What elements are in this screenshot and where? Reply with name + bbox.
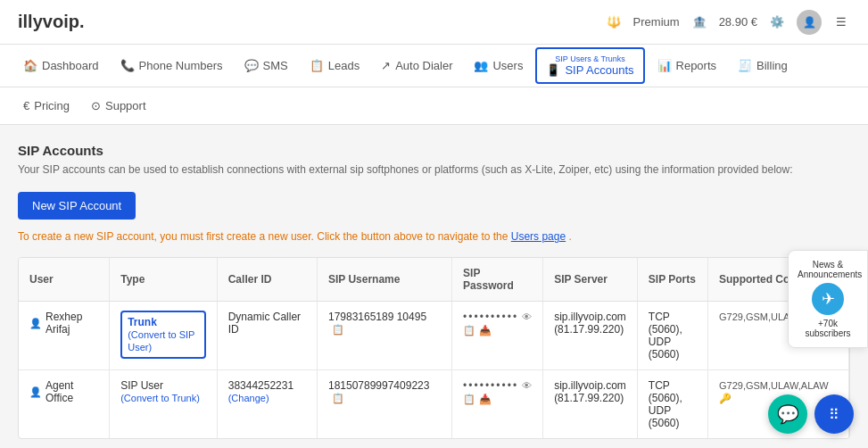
- caller-id-change-link-1[interactable]: (Change): [228, 393, 269, 403]
- sip-nav-inner: SIP Users & Trunks 📱 SIP Accounts: [546, 54, 633, 77]
- users-page-link[interactable]: Users page: [511, 230, 566, 243]
- table-row: 👤 Agent Office SIP User (Convert to Trun…: [19, 370, 849, 439]
- news-panel: News & Announcements ✈ +70k subscribers: [788, 250, 868, 348]
- sub-nav-label-support: Support: [105, 99, 146, 112]
- user-row-1: 👤 Agent Office: [29, 379, 98, 404]
- pw-dots-1: ••••••••••: [463, 379, 518, 392]
- sip-server-text-1: sip.illyvoip.com(81.17.99.220): [554, 379, 626, 404]
- news-panel-title: News & Announcements: [798, 260, 858, 279]
- sip-username-text-0: 17983165189 10495: [328, 311, 426, 323]
- type-action-link-0[interactable]: (Convert to SIP User): [128, 329, 194, 353]
- table-row: 👤 Rexhep Arifaj Trunk (Convert to SIP Us…: [19, 302, 849, 370]
- nav-item-sms[interactable]: 💬 SMS: [236, 54, 297, 78]
- nav-item-auto-dialer[interactable]: ↗ Auto Dialer: [372, 54, 461, 78]
- pw-dots-0: ••••••••••: [463, 311, 518, 323]
- pw-row-0: •••••••••• 👁: [463, 311, 532, 323]
- user-row-0: 👤 Rexhep Arifaj: [29, 311, 98, 336]
- user-name-0: Rexhep Arifaj: [45, 311, 98, 336]
- col-sip-password: SIPPassword: [452, 258, 543, 302]
- sip-username-text-1: 18150789997409223: [328, 379, 429, 392]
- type-cell-0: Trunk (Convert to SIP User): [110, 302, 218, 370]
- sub-nav-label-pricing: Pricing: [34, 99, 70, 112]
- col-caller-id: Caller ID: [217, 258, 317, 302]
- col-sip-server: SIP Server: [543, 258, 638, 302]
- nav-label-leads: Leads: [328, 59, 360, 72]
- copy-icon-username-0[interactable]: 📋: [332, 324, 344, 335]
- sip-ports-text-0: TCP (5060),UDP (5060): [649, 311, 682, 361]
- col-type: Type: [110, 258, 218, 302]
- chat-fab[interactable]: 💬: [768, 394, 807, 434]
- pricing-icon: €: [23, 99, 29, 112]
- sip-ports-cell-1: TCP (5060),UDP (5060): [637, 370, 707, 439]
- nav-item-phone-numbers[interactable]: 📞 Phone Numbers: [112, 54, 232, 78]
- type-main-1: SIP User: [120, 379, 163, 392]
- phone-icon: 📞: [120, 59, 135, 72]
- nav-item-reports[interactable]: 📊 Reports: [649, 54, 726, 78]
- balance-amount: 28.90 €: [719, 15, 757, 29]
- sip-password-cell-1: •••••••••• 👁 📋 📥: [452, 370, 543, 439]
- support-icon: ⊙: [91, 99, 101, 112]
- nav-label-reports: Reports: [676, 59, 717, 72]
- type-main-0: Trunk: [128, 316, 157, 328]
- nav-item-sip-accounts[interactable]: SIP Users & Trunks 📱 SIP Accounts: [535, 47, 644, 84]
- col-user: User: [19, 258, 110, 302]
- dl-pw-icon-1[interactable]: 📥: [479, 394, 492, 405]
- sub-nav-support[interactable]: ⊙ Support: [82, 94, 155, 118]
- nav-label-phone-numbers: Phone Numbers: [139, 59, 223, 72]
- type-cell-1: SIP User (Convert to Trunk): [110, 370, 218, 439]
- copy-icon-username-1[interactable]: 📋: [332, 393, 344, 403]
- main-nav: 🏠 Dashboard 📞 Phone Numbers 💬 SMS 📋 Lead…: [0, 45, 868, 87]
- header-right: 🔱 Premium 🏦 28.90 € ⚙️ 👤 ☰: [605, 10, 850, 35]
- users-icon: 👥: [474, 59, 488, 72]
- logo: illyvoip.: [18, 12, 84, 32]
- reports-icon: 📊: [657, 59, 672, 72]
- sip-password-cell-0: •••••••••• 👁 📋 📥: [452, 302, 543, 370]
- col-sip-ports: SIP Ports: [637, 258, 707, 302]
- avatar[interactable]: 👤: [797, 10, 822, 35]
- copy-pw-icon-1[interactable]: 📋: [463, 394, 475, 405]
- type-outlined-0: Trunk (Convert to SIP User): [120, 311, 206, 359]
- news-subscribers: +70k subscribers: [798, 319, 858, 338]
- billing-icon: 🧾: [738, 59, 752, 72]
- key-icon-1[interactable]: 🔑: [719, 393, 732, 403]
- menu-icon[interactable]: ☰: [832, 13, 850, 31]
- user-name-1: Agent Office: [45, 379, 98, 404]
- eye-icon-0[interactable]: 👁: [522, 311, 532, 322]
- nav-item-billing[interactable]: 🧾 Billing: [729, 54, 797, 78]
- sub-nav: € Pricing ⊙ Support: [0, 87, 868, 125]
- notice-period: .: [568, 230, 571, 243]
- caller-id-cell-0: Dynamic Caller ID: [217, 302, 317, 370]
- user-cell-1: 👤 Agent Office: [19, 370, 110, 439]
- nav-item-dashboard[interactable]: 🏠 Dashboard: [14, 54, 108, 78]
- caller-id-text-0: Dynamic Caller ID: [228, 311, 301, 336]
- sip-ports-text-1: TCP (5060),UDP (5060): [649, 379, 682, 429]
- dialer-icon: ↗: [381, 59, 391, 72]
- gear-icon[interactable]: ⚙️: [768, 13, 786, 31]
- dl-pw-icon-0[interactable]: 📥: [479, 325, 492, 336]
- nav-label-sip-accounts: SIP Accounts: [565, 63, 633, 77]
- telegram-button[interactable]: ✈: [812, 283, 844, 315]
- dashboard-icon: 🏠: [23, 59, 37, 72]
- chat-fab-icon: 💬: [777, 403, 799, 425]
- bank-icon: 🏦: [690, 13, 708, 31]
- page-title: SIP Accounts: [18, 143, 850, 158]
- notice-text: To create a new SIP account, you must fi…: [18, 230, 850, 243]
- main-content: SIP Accounts Your SIP accounts can be us…: [0, 125, 868, 448]
- pw-row-1: •••••••••• 👁: [463, 379, 532, 392]
- copy-pw-icon-0[interactable]: 📋: [463, 325, 475, 336]
- grid-fab[interactable]: ⠿: [814, 394, 854, 434]
- nav-item-users[interactable]: 👥 Users: [465, 54, 532, 78]
- nav-label-auto-dialer: Auto Dialer: [395, 59, 452, 72]
- nav-item-leads[interactable]: 📋 Leads: [301, 54, 368, 78]
- new-sip-account-button[interactable]: New SIP Account: [18, 192, 136, 220]
- notice-message: To create a new SIP account, you must fi…: [18, 230, 508, 243]
- type-action-link-1[interactable]: (Convert to Trunk): [120, 393, 200, 403]
- caller-id-text-1: 38344252231: [228, 379, 293, 392]
- eye-icon-1[interactable]: 👁: [522, 380, 532, 391]
- sip-server-cell-0: sip.illyvoip.com(81.17.99.220): [543, 302, 638, 370]
- table-header-row: User Type Caller ID SIP Username SIPPass…: [19, 258, 849, 302]
- nav-label-billing: Billing: [756, 59, 788, 72]
- sub-nav-pricing[interactable]: € Pricing: [14, 94, 79, 118]
- sip-ports-cell-0: TCP (5060),UDP (5060): [637, 302, 707, 370]
- leads-icon: 📋: [310, 59, 324, 72]
